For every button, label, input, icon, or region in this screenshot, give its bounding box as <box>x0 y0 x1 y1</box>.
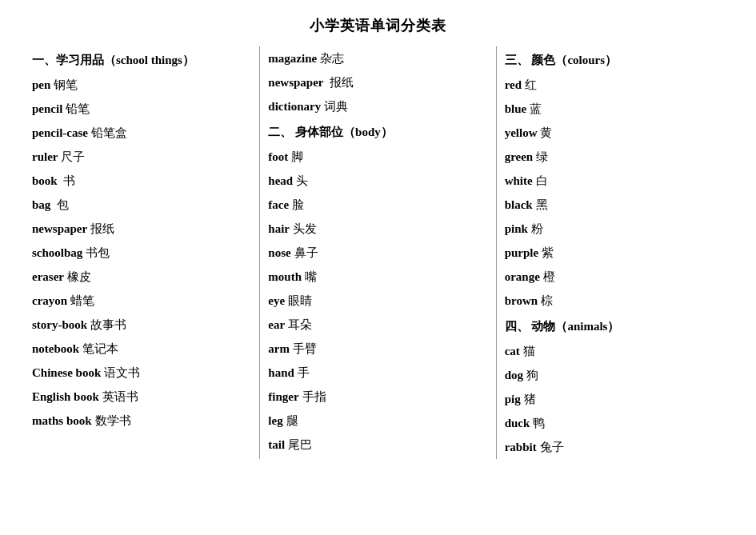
word-item: white白 <box>505 169 724 193</box>
word-english: Chinese book <box>32 366 101 379</box>
word-item: cat猫 <box>505 339 724 363</box>
word-chinese: 报纸 <box>327 76 354 89</box>
word-item: foot脚 <box>268 145 487 169</box>
word-chinese: 手指 <box>302 390 326 403</box>
word-english: mouth <box>268 270 302 283</box>
word-item: notebook笔记本 <box>32 337 251 361</box>
word-chinese: 猫 <box>523 345 535 357</box>
word-chinese: 紫 <box>542 246 554 259</box>
word-chinese: 报纸 <box>90 222 114 235</box>
word-chinese: 手 <box>298 366 310 379</box>
word-item: brown棕 <box>505 289 724 313</box>
word-chinese: 腿 <box>286 414 298 427</box>
word-english: orange <box>505 270 540 283</box>
word-item: face脸 <box>268 193 487 217</box>
word-english: nose <box>268 246 290 259</box>
word-english: hand <box>268 366 294 379</box>
word-chinese: 绿 <box>536 150 548 163</box>
word-english: crayon <box>32 294 67 307</box>
section-header-2-1: 四、 动物（animals） <box>505 319 724 334</box>
word-item: dog狗 <box>505 363 724 387</box>
word-chinese: 蓝 <box>530 102 542 115</box>
section-header-0-0: 一、学习用品（school things） <box>32 53 251 68</box>
word-english: duck <box>505 417 530 429</box>
word-item: newspaper报纸 <box>32 217 251 241</box>
word-english: newspaper <box>32 222 87 235</box>
word-chinese: 头发 <box>293 222 317 235</box>
section-header-2-0: 三、 颜色（colours） <box>505 53 724 68</box>
word-english: leg <box>268 414 282 427</box>
word-english: green <box>505 150 534 163</box>
word-english: notebook <box>32 342 79 355</box>
word-chinese: 黑 <box>536 198 548 211</box>
word-item: nose鼻子 <box>268 241 487 265</box>
word-chinese: 粉 <box>531 222 543 235</box>
word-english: foot <box>268 150 288 163</box>
word-chinese: 钢笔 <box>54 78 78 91</box>
word-chinese: 鼻子 <box>294 246 318 259</box>
word-chinese: 嘴 <box>305 270 317 283</box>
column-3: 三、 颜色（colours）red红blue蓝yellow黄green绿whit… <box>497 46 732 459</box>
page: 小学英语单词分类表 一、学习用品（school things）pen钢笔penc… <box>0 0 756 475</box>
word-english: arm <box>268 342 290 355</box>
word-english: story-book <box>32 318 87 331</box>
word-english: brown <box>505 294 538 307</box>
word-chinese: 鸭 <box>533 417 545 429</box>
word-english: red <box>505 78 522 91</box>
word-english: dictionary <box>268 100 321 113</box>
word-chinese: 头 <box>296 174 308 187</box>
word-english: book <box>32 174 58 187</box>
word-english: ear <box>268 318 285 331</box>
word-english: pencil <box>32 102 62 115</box>
word-chinese: 英语书 <box>102 390 138 403</box>
word-english: finger <box>268 390 298 403</box>
word-chinese: 橡皮 <box>67 270 91 283</box>
word-chinese: 兔子 <box>540 441 564 453</box>
word-item: pencil铅笔 <box>32 97 251 121</box>
word-item: head头 <box>268 169 487 193</box>
word-chinese: 词典 <box>324 100 348 113</box>
word-item: mouth嘴 <box>268 265 487 289</box>
word-english: pig <box>505 393 521 405</box>
word-chinese: 铅笔 <box>66 102 90 115</box>
word-item: arm手臂 <box>268 337 487 361</box>
word-english: white <box>505 174 533 187</box>
word-chinese: 红 <box>525 78 537 91</box>
word-chinese: 黄 <box>540 126 552 139</box>
word-english: blue <box>505 102 527 115</box>
word-english: newspaper <box>268 76 323 89</box>
word-english: ruler <box>32 150 58 163</box>
word-chinese: 棕 <box>541 294 553 307</box>
word-item: leg腿 <box>268 409 487 433</box>
word-chinese: 尺子 <box>61 150 85 163</box>
word-item: orange橙 <box>505 265 724 289</box>
word-english: pink <box>505 222 528 235</box>
word-chinese: 铅笔盒 <box>91 126 127 139</box>
page-title: 小学英语单词分类表 <box>24 16 732 35</box>
word-item: story-book故事书 <box>32 313 251 337</box>
word-english: maths book <box>32 414 92 427</box>
word-chinese: 杂志 <box>320 52 344 65</box>
word-item: Chinese book语文书 <box>32 361 251 385</box>
word-english: yellow <box>505 126 538 139</box>
word-chinese: 语文书 <box>104 366 140 379</box>
word-item: pen钢笔 <box>32 73 251 97</box>
word-english: magazine <box>268 52 317 65</box>
word-english: hair <box>268 222 290 235</box>
word-item: pink粉 <box>505 217 724 241</box>
word-chinese: 书 <box>61 174 76 187</box>
columns-container: 一、学习用品（school things）pen钢笔pencil铅笔pencil… <box>24 46 732 459</box>
word-chinese: 尾巴 <box>288 438 312 451</box>
word-english: pencil-case <box>32 126 88 139</box>
word-chinese: 橙 <box>543 270 555 283</box>
word-chinese: 故事书 <box>90 318 126 331</box>
word-item: ruler尺子 <box>32 145 251 169</box>
word-item: duck鸭 <box>505 411 724 435</box>
word-chinese: 耳朵 <box>288 318 312 331</box>
word-english: English book <box>32 390 99 403</box>
word-chinese: 眼睛 <box>288 294 312 307</box>
word-chinese: 白 <box>536 174 548 187</box>
word-chinese: 猪 <box>524 393 536 405</box>
section-header-1-1: 二、 身体部位（body） <box>268 125 487 140</box>
word-item: ear耳朵 <box>268 313 487 337</box>
